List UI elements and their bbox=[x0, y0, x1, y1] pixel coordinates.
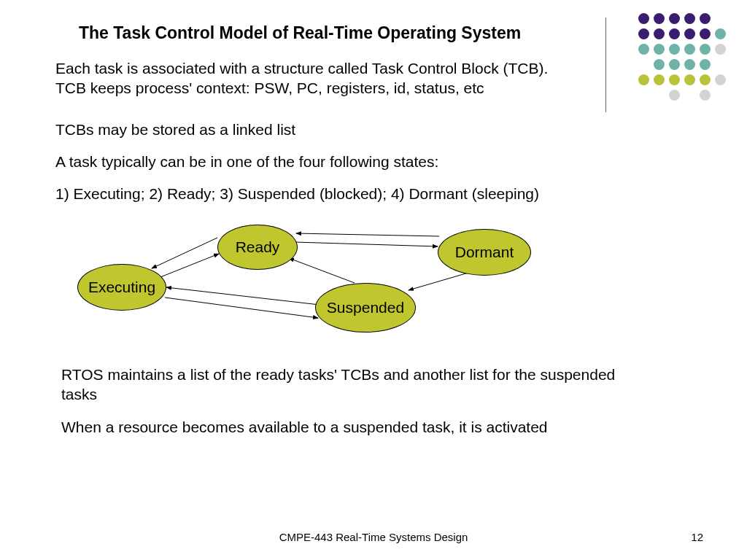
svg-line-2 bbox=[165, 298, 318, 318]
node-label: Ready bbox=[236, 238, 280, 256]
decorative-dot bbox=[715, 90, 726, 101]
decorative-dot bbox=[638, 13, 649, 24]
node-label: Executing bbox=[88, 279, 155, 296]
decorative-dot bbox=[654, 13, 665, 24]
svg-line-7 bbox=[409, 273, 468, 290]
decorative-dot bbox=[654, 74, 665, 85]
state-node-ready: Ready bbox=[217, 225, 298, 270]
state-node-dormant: Dormant bbox=[438, 229, 531, 276]
paragraph-rtos-lists: RTOS maintains a list of the ready tasks… bbox=[61, 365, 616, 405]
decorative-dot bbox=[700, 90, 711, 101]
vertical-divider bbox=[605, 18, 606, 112]
decorative-dot bbox=[715, 74, 726, 85]
paragraph-linked-list: TCBs may be stored as a linked list bbox=[55, 120, 581, 139]
slide: The Task Control Model of Real-Time Oper… bbox=[0, 0, 747, 560]
decorative-dot bbox=[700, 13, 711, 24]
paragraph-states-intro: A task typically can be in one of the fo… bbox=[55, 152, 581, 171]
decorative-dot bbox=[654, 59, 665, 70]
paragraph-tcb-intro: Each task is associated with a structure… bbox=[55, 58, 581, 98]
decorative-dot bbox=[700, 59, 711, 70]
decorative-dot bbox=[684, 74, 695, 85]
paragraph-states-list: 1) Executing; 2) Ready; 3) Suspended (bl… bbox=[55, 184, 581, 203]
decorative-dot bbox=[684, 13, 695, 24]
state-node-executing: Executing bbox=[77, 264, 166, 311]
decorative-dot bbox=[700, 74, 711, 85]
decorative-dot bbox=[638, 28, 649, 39]
decorative-dot bbox=[715, 44, 726, 55]
decorative-dot bbox=[700, 28, 711, 39]
decorative-dot bbox=[638, 74, 649, 85]
decorative-dot bbox=[638, 59, 649, 70]
svg-line-1 bbox=[160, 254, 219, 277]
svg-line-6 bbox=[296, 233, 439, 236]
decorative-dot bbox=[684, 90, 695, 101]
decorative-dot bbox=[715, 28, 726, 39]
svg-line-5 bbox=[295, 242, 438, 246]
footer-page-number: 12 bbox=[691, 531, 703, 543]
state-diagram: Executing Ready Suspended Dormant bbox=[73, 211, 547, 350]
decorative-dot bbox=[715, 13, 726, 24]
decorative-dot bbox=[669, 44, 680, 55]
svg-line-4 bbox=[289, 258, 355, 283]
decorative-dot bbox=[715, 59, 726, 70]
paragraph-activation: When a resource becomes available to a s… bbox=[61, 417, 616, 437]
decorative-dot bbox=[684, 59, 695, 70]
decorative-dot bbox=[669, 59, 680, 70]
decorative-dot bbox=[700, 44, 711, 55]
svg-line-3 bbox=[166, 287, 320, 305]
decorative-dot bbox=[669, 90, 680, 101]
svg-line-0 bbox=[152, 238, 217, 268]
decorative-dot bbox=[654, 44, 665, 55]
decorative-dot bbox=[669, 28, 680, 39]
decorative-dot bbox=[638, 44, 649, 55]
node-label: Suspended bbox=[327, 299, 404, 316]
decorative-dot bbox=[684, 28, 695, 39]
node-label: Dormant bbox=[455, 244, 514, 261]
decorative-dot bbox=[669, 13, 680, 24]
decorative-dot bbox=[654, 90, 665, 101]
decorative-dot bbox=[669, 74, 680, 85]
corner-dot-grid bbox=[638, 13, 728, 103]
page-title: The Task Control Model of Real-Time Oper… bbox=[79, 23, 521, 43]
decorative-dot bbox=[638, 90, 649, 101]
footer-course: CMPE-443 Real-Time Systems Design bbox=[0, 531, 747, 543]
state-node-suspended: Suspended bbox=[315, 283, 416, 332]
decorative-dot bbox=[654, 28, 665, 39]
decorative-dot bbox=[684, 44, 695, 55]
